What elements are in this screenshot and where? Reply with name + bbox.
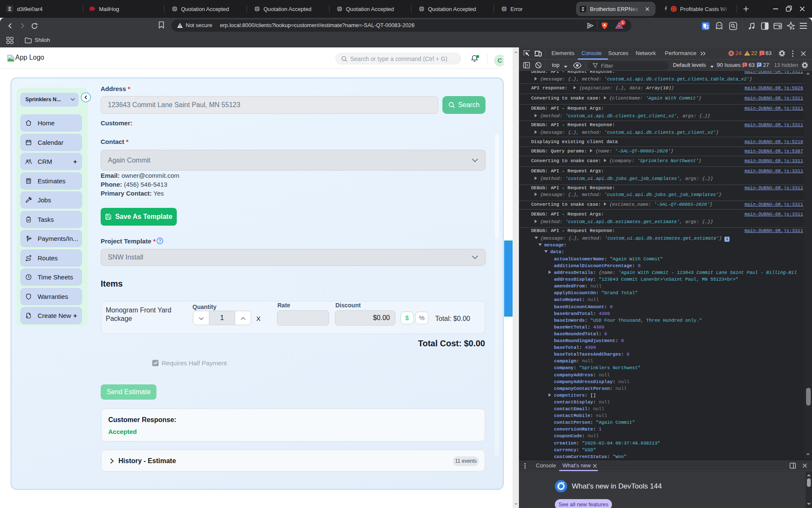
svg-text:?: ?: [159, 239, 161, 243]
